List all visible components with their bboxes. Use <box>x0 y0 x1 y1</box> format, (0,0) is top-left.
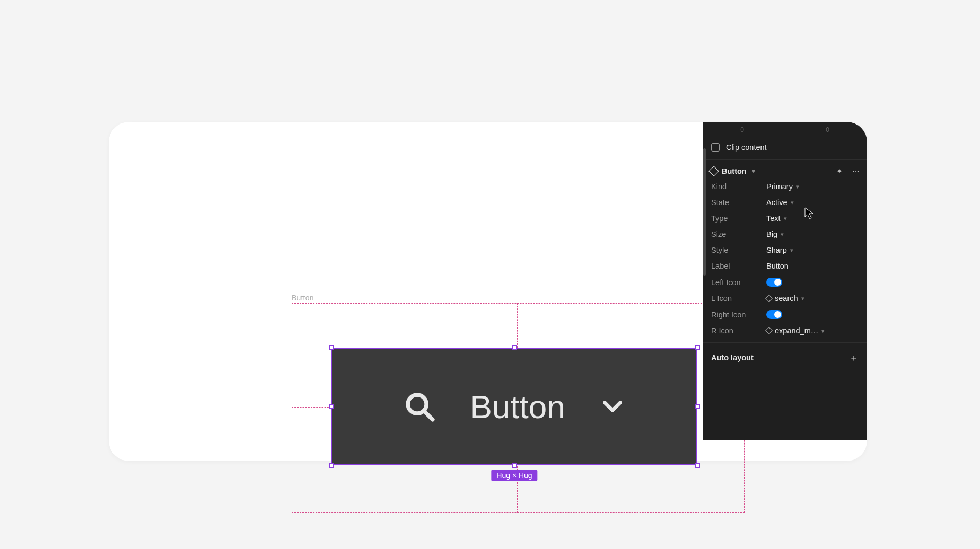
frame-label[interactable]: Button <box>292 294 314 302</box>
auto-layout-label: Auto layout <box>711 353 754 362</box>
button-component-selection[interactable]: Button Hug × Hug <box>331 348 697 465</box>
prop-value[interactable]: Button <box>766 262 789 270</box>
prop-label: Style <box>711 246 762 254</box>
plus-icon[interactable]: ＋ <box>849 351 859 364</box>
prop-state[interactable]: State Active▾ <box>703 194 867 210</box>
prop-value[interactable]: Active <box>766 198 788 207</box>
prop-label: Right Icon <box>711 311 762 319</box>
prop-size[interactable]: Size Big▾ <box>703 226 867 242</box>
toggle-switch[interactable] <box>766 278 782 287</box>
dimension-row: 0 0 <box>703 122 867 138</box>
prop-l-icon[interactable]: L Icon search▾ <box>703 290 867 306</box>
alignment-guide-vertical <box>517 303 518 348</box>
resize-handle[interactable] <box>695 345 700 350</box>
resize-handle[interactable] <box>512 345 517 350</box>
svg-line-1 <box>425 411 433 419</box>
prop-label: Size <box>711 230 762 238</box>
checkbox-icon[interactable] <box>711 143 720 152</box>
prop-label: State <box>711 198 762 207</box>
resize-handle[interactable] <box>329 404 334 409</box>
prop-value[interactable]: search <box>775 294 798 303</box>
chevron-down-icon[interactable]: ▾ <box>791 199 794 206</box>
prop-style[interactable]: Style Sharp▾ <box>703 242 867 258</box>
prop-label: Left Icon <box>711 278 762 287</box>
chevron-down-icon[interactable]: ▾ <box>821 327 825 334</box>
chevron-down-icon[interactable]: ▾ <box>781 231 784 238</box>
design-viewport: Button Button <box>109 122 867 461</box>
value[interactable]: 0 <box>710 126 774 134</box>
prop-r-icon[interactable]: R Icon expand_m…▾ <box>703 323 867 343</box>
resize-handle[interactable] <box>329 345 334 350</box>
clip-content-label: Clip content <box>726 143 767 152</box>
prop-value[interactable]: Big <box>766 230 777 238</box>
value[interactable]: 0 <box>795 126 860 134</box>
component-header[interactable]: Button ▾ ✦ ⋯ <box>703 160 867 179</box>
prop-value[interactable]: Primary <box>766 182 793 191</box>
prop-label: Type <box>711 214 762 223</box>
panel-scrollbar[interactable] <box>703 148 706 276</box>
properties-panel: 0 0 Clip content Button ▾ ✦ ⋯ Kind Prima… <box>703 122 867 440</box>
prop-kind[interactable]: Kind Primary▾ <box>703 179 867 194</box>
prop-left-icon-toggle[interactable]: Left Icon <box>703 274 867 290</box>
selection-size-badge: Hug × Hug <box>491 470 537 481</box>
chevron-down-icon[interactable]: ▾ <box>752 167 755 175</box>
chevron-down-icon <box>597 391 628 422</box>
alignment-guide-horizontal <box>292 407 331 408</box>
component-icon <box>708 166 719 176</box>
prop-value[interactable]: expand_m… <box>775 326 818 335</box>
search-icon <box>401 388 438 425</box>
more-icon[interactable]: ⋯ <box>852 167 860 175</box>
chevron-down-icon[interactable]: ▾ <box>784 215 787 222</box>
button-label: Button <box>470 388 565 426</box>
auto-layout-section[interactable]: Auto layout ＋ <box>703 343 867 369</box>
prop-value[interactable]: Sharp <box>766 246 787 254</box>
prop-value[interactable]: Text <box>766 214 781 223</box>
component-name: Button <box>722 167 747 175</box>
resize-handle[interactable] <box>329 463 334 468</box>
instance-icon <box>765 295 773 302</box>
clip-content-row[interactable]: Clip content <box>703 138 867 160</box>
instance-icon <box>765 327 773 334</box>
chevron-down-icon[interactable]: ▾ <box>796 183 799 190</box>
prop-label: Label <box>711 262 762 270</box>
resize-handle[interactable] <box>695 463 700 468</box>
chevron-down-icon[interactable]: ▾ <box>801 295 804 302</box>
prop-label: R Icon <box>711 326 762 335</box>
prop-label: L Icon <box>711 294 762 303</box>
prop-label: Kind <box>711 182 762 191</box>
chevron-down-icon[interactable]: ▾ <box>790 247 793 254</box>
toggle-switch[interactable] <box>766 310 782 319</box>
prop-type[interactable]: Type Text▾ <box>703 210 867 226</box>
swap-instance-icon[interactable]: ✦ <box>836 167 843 175</box>
resize-handle[interactable] <box>695 404 700 409</box>
button-component[interactable]: Button <box>331 348 697 465</box>
prop-right-icon-toggle[interactable]: Right Icon <box>703 306 867 323</box>
resize-handle[interactable] <box>512 463 517 468</box>
prop-label-text[interactable]: Label Button <box>703 258 867 274</box>
